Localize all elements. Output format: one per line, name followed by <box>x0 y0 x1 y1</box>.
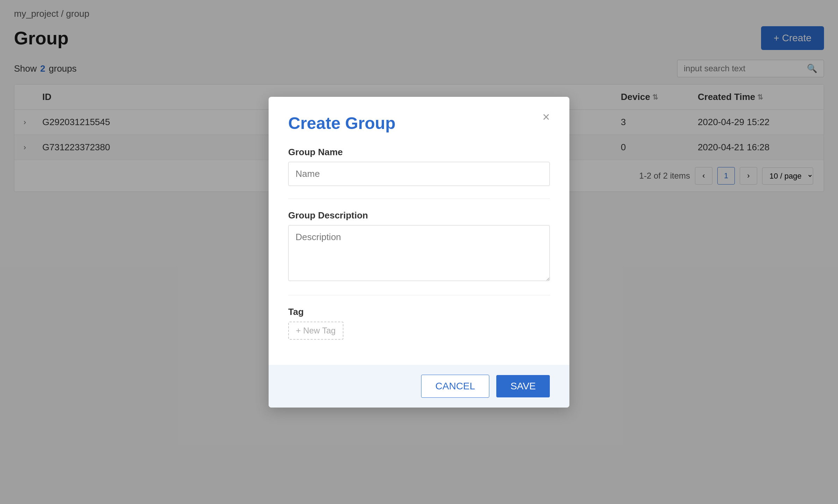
tag-label: Tag <box>288 307 550 317</box>
group-name-input[interactable] <box>288 162 550 186</box>
group-name-label: Group Name <box>288 147 550 158</box>
new-tag-button[interactable]: + New Tag <box>288 322 343 340</box>
modal-body: Create Group × Group Name Group Descript… <box>269 97 569 365</box>
form-divider-2 <box>288 295 550 295</box>
cancel-button[interactable]: CANCEL <box>421 375 490 398</box>
group-name-field: Group Name <box>288 147 550 186</box>
modal-title: Create Group <box>288 114 396 133</box>
group-description-label: Group Description <box>288 210 550 221</box>
create-group-modal: Create Group × Group Name Group Descript… <box>269 97 569 408</box>
form-divider-1 <box>288 199 550 199</box>
modal-footer: CANCEL SAVE <box>269 365 569 408</box>
modal-title-row: Create Group × <box>288 114 550 147</box>
modal-close-button[interactable]: × <box>542 111 550 123</box>
save-button[interactable]: SAVE <box>496 375 550 397</box>
group-description-field: Group Description <box>288 210 550 282</box>
group-description-input[interactable] <box>288 225 550 281</box>
tag-field: Tag + New Tag <box>288 307 550 340</box>
modal-overlay: Create Group × Group Name Group Descript… <box>0 0 838 504</box>
